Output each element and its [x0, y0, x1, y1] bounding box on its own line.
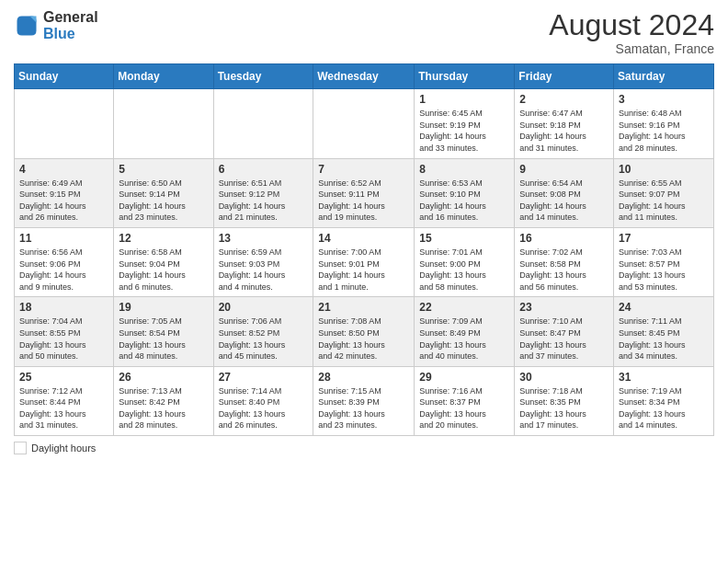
day-number: 15: [419, 232, 509, 245]
day-number: 22: [419, 301, 509, 314]
day-info: Sunrise: 6:52 AM Sunset: 9:11 PM Dayligh…: [318, 178, 409, 224]
day-number: 8: [419, 163, 509, 176]
col-saturday: Saturday: [614, 64, 714, 89]
day-number: 28: [318, 371, 409, 384]
day-number: 9: [519, 163, 609, 176]
table-row: 3Sunrise: 6:48 AM Sunset: 9:16 PM Daylig…: [614, 89, 714, 158]
day-info: Sunrise: 7:10 AM Sunset: 8:47 PM Dayligh…: [519, 316, 609, 362]
day-number: 26: [119, 371, 208, 384]
table-row: 5Sunrise: 6:50 AM Sunset: 9:14 PM Daylig…: [114, 158, 213, 227]
day-number: 25: [19, 371, 108, 384]
table-row: 8Sunrise: 6:53 AM Sunset: 9:10 PM Daylig…: [415, 158, 515, 227]
day-number: 30: [519, 371, 609, 384]
day-number: 31: [619, 371, 709, 384]
table-row: 19Sunrise: 7:05 AM Sunset: 8:54 PM Dayli…: [114, 297, 213, 366]
table-row: 4Sunrise: 6:49 AM Sunset: 9:15 PM Daylig…: [15, 158, 114, 227]
day-info: Sunrise: 7:16 AM Sunset: 8:37 PM Dayligh…: [419, 385, 509, 431]
day-info: Sunrise: 6:53 AM Sunset: 9:10 PM Dayligh…: [419, 178, 509, 224]
table-row: 31Sunrise: 7:19 AM Sunset: 8:34 PM Dayli…: [614, 366, 714, 435]
col-monday: Monday: [114, 64, 213, 89]
day-info: Sunrise: 6:58 AM Sunset: 9:04 PM Dayligh…: [119, 247, 208, 293]
col-tuesday: Tuesday: [213, 64, 313, 89]
table-row: [213, 89, 313, 158]
logo: General Blue: [14, 9, 98, 41]
calendar-week-row: 25Sunrise: 7:12 AM Sunset: 8:44 PM Dayli…: [15, 366, 714, 435]
day-number: 1: [419, 93, 509, 106]
day-info: Sunrise: 7:06 AM Sunset: 8:52 PM Dayligh…: [219, 316, 309, 362]
day-number: 5: [119, 163, 208, 176]
table-row: 27Sunrise: 7:14 AM Sunset: 8:40 PM Dayli…: [213, 366, 313, 435]
logo-general-text: General: [43, 9, 98, 26]
table-row: 6Sunrise: 6:51 AM Sunset: 9:12 PM Daylig…: [213, 158, 313, 227]
day-info: Sunrise: 7:14 AM Sunset: 8:40 PM Dayligh…: [219, 385, 309, 431]
col-thursday: Thursday: [415, 64, 515, 89]
table-row: 26Sunrise: 7:13 AM Sunset: 8:42 PM Dayli…: [114, 366, 213, 435]
day-number: 16: [519, 232, 609, 245]
day-info: Sunrise: 6:54 AM Sunset: 9:08 PM Dayligh…: [519, 178, 609, 224]
day-number: 2: [519, 93, 609, 106]
day-number: 24: [619, 301, 709, 314]
day-number: 21: [318, 301, 409, 314]
table-row: 14Sunrise: 7:00 AM Sunset: 9:01 PM Dayli…: [313, 227, 415, 296]
day-number: 14: [318, 232, 409, 245]
day-info: Sunrise: 6:55 AM Sunset: 9:07 PM Dayligh…: [619, 178, 709, 224]
day-info: Sunrise: 6:47 AM Sunset: 9:18 PM Dayligh…: [519, 108, 609, 154]
title-block: August 2024 Samatan, France: [549, 9, 714, 56]
calendar-table: Sunday Monday Tuesday Wednesday Thursday…: [14, 63, 714, 436]
table-row: 17Sunrise: 7:03 AM Sunset: 8:57 PM Dayli…: [614, 227, 714, 296]
legend-label: Daylight hours: [31, 442, 96, 454]
table-row: 7Sunrise: 6:52 AM Sunset: 9:11 PM Daylig…: [313, 158, 415, 227]
day-info: Sunrise: 7:13 AM Sunset: 8:42 PM Dayligh…: [119, 385, 208, 431]
col-friday: Friday: [515, 64, 614, 89]
day-info: Sunrise: 6:50 AM Sunset: 9:14 PM Dayligh…: [119, 178, 208, 224]
day-number: 3: [619, 93, 709, 106]
table-row: 1Sunrise: 6:45 AM Sunset: 9:19 PM Daylig…: [415, 89, 515, 158]
logo-text: General Blue: [43, 9, 98, 41]
table-row: 25Sunrise: 7:12 AM Sunset: 8:44 PM Dayli…: [15, 366, 114, 435]
day-number: 17: [619, 232, 709, 245]
table-row: 24Sunrise: 7:11 AM Sunset: 8:45 PM Dayli…: [614, 297, 714, 366]
table-row: 28Sunrise: 7:15 AM Sunset: 8:39 PM Dayli…: [313, 366, 415, 435]
table-row: 9Sunrise: 6:54 AM Sunset: 9:08 PM Daylig…: [515, 158, 614, 227]
day-number: 7: [318, 163, 409, 176]
calendar-week-row: 11Sunrise: 6:56 AM Sunset: 9:06 PM Dayli…: [15, 227, 714, 296]
header: General Blue August 2024 Samatan, France: [14, 9, 714, 56]
legend-box: [14, 442, 27, 454]
day-info: Sunrise: 7:04 AM Sunset: 8:55 PM Dayligh…: [19, 316, 108, 362]
table-row: 30Sunrise: 7:18 AM Sunset: 8:35 PM Dayli…: [515, 366, 614, 435]
col-wednesday: Wednesday: [313, 64, 415, 89]
table-row: [114, 89, 213, 158]
calendar-week-row: 4Sunrise: 6:49 AM Sunset: 9:15 PM Daylig…: [15, 158, 714, 227]
table-row: [313, 89, 415, 158]
day-info: Sunrise: 7:01 AM Sunset: 9:00 PM Dayligh…: [419, 247, 509, 293]
day-info: Sunrise: 7:05 AM Sunset: 8:54 PM Dayligh…: [119, 316, 208, 362]
day-number: 27: [219, 371, 309, 384]
day-number: 11: [19, 232, 108, 245]
day-number: 29: [419, 371, 509, 384]
day-info: Sunrise: 6:45 AM Sunset: 9:19 PM Dayligh…: [419, 108, 509, 154]
table-row: 20Sunrise: 7:06 AM Sunset: 8:52 PM Dayli…: [213, 297, 313, 366]
day-number: 4: [19, 163, 108, 176]
table-row: 21Sunrise: 7:08 AM Sunset: 8:50 PM Dayli…: [313, 297, 415, 366]
day-info: Sunrise: 6:49 AM Sunset: 9:15 PM Dayligh…: [19, 178, 108, 224]
day-info: Sunrise: 7:00 AM Sunset: 9:01 PM Dayligh…: [318, 247, 409, 293]
day-info: Sunrise: 6:51 AM Sunset: 9:12 PM Dayligh…: [219, 178, 309, 224]
day-info: Sunrise: 7:18 AM Sunset: 8:35 PM Dayligh…: [519, 385, 609, 431]
calendar-week-row: 1Sunrise: 6:45 AM Sunset: 9:19 PM Daylig…: [15, 89, 714, 158]
table-row: 11Sunrise: 6:56 AM Sunset: 9:06 PM Dayli…: [15, 227, 114, 296]
day-number: 12: [119, 232, 208, 245]
day-info: Sunrise: 7:02 AM Sunset: 8:58 PM Dayligh…: [519, 247, 609, 293]
table-row: 16Sunrise: 7:02 AM Sunset: 8:58 PM Dayli…: [515, 227, 614, 296]
table-row: [15, 89, 114, 158]
col-sunday: Sunday: [15, 64, 114, 89]
day-number: 18: [19, 301, 108, 314]
day-info: Sunrise: 6:48 AM Sunset: 9:16 PM Dayligh…: [619, 108, 709, 154]
table-row: 2Sunrise: 6:47 AM Sunset: 9:18 PM Daylig…: [515, 89, 614, 158]
day-info: Sunrise: 7:09 AM Sunset: 8:49 PM Dayligh…: [419, 316, 509, 362]
day-number: 19: [119, 301, 208, 314]
table-row: 10Sunrise: 6:55 AM Sunset: 9:07 PM Dayli…: [614, 158, 714, 227]
day-info: Sunrise: 7:08 AM Sunset: 8:50 PM Dayligh…: [318, 316, 409, 362]
day-number: 20: [219, 301, 309, 314]
day-info: Sunrise: 7:15 AM Sunset: 8:39 PM Dayligh…: [318, 385, 409, 431]
logo-blue-text: Blue: [43, 26, 98, 42]
